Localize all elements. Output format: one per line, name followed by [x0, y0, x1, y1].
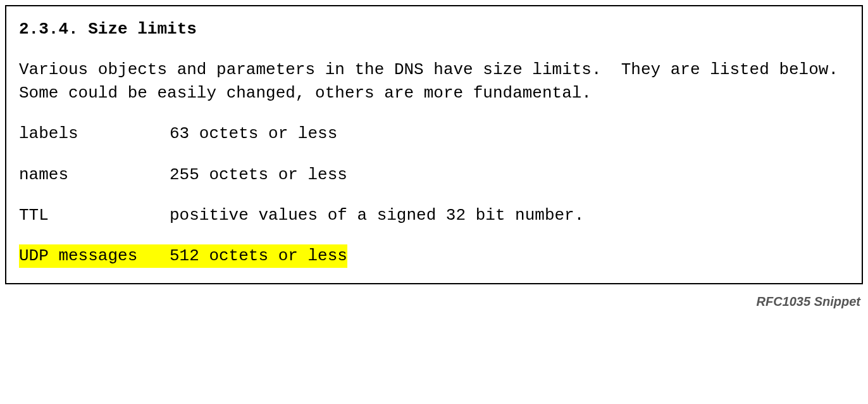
limit-row-names: names255 octets or less [19, 163, 849, 186]
limit-term: UDP messages [19, 244, 170, 267]
section-heading: 2.3.4. Size limits [19, 18, 849, 41]
limit-row-labels: labels63 octets or less [19, 122, 849, 145]
limit-row-ttl: TTLpositive values of a signed 32 bit nu… [19, 204, 849, 227]
rfc-snippet-box: 2.3.4. Size limits Various objects and p… [5, 5, 863, 284]
limit-def: 63 octets or less [170, 122, 337, 145]
figure-caption: RFC1035 Snippet [5, 294, 863, 309]
limit-def: 512 octets or less [170, 244, 347, 267]
limit-def: positive values of a signed 32 bit numbe… [170, 204, 584, 227]
limit-row-udp: UDP messages512 octets or less [19, 244, 849, 267]
highlight-span: UDP messages512 octets or less [19, 244, 347, 267]
intro-paragraph: Various objects and parameters in the DN… [19, 58, 849, 104]
limit-term: labels [19, 122, 170, 145]
limit-term: names [19, 163, 170, 186]
limit-term: TTL [19, 204, 170, 227]
limit-def: 255 octets or less [170, 163, 347, 186]
